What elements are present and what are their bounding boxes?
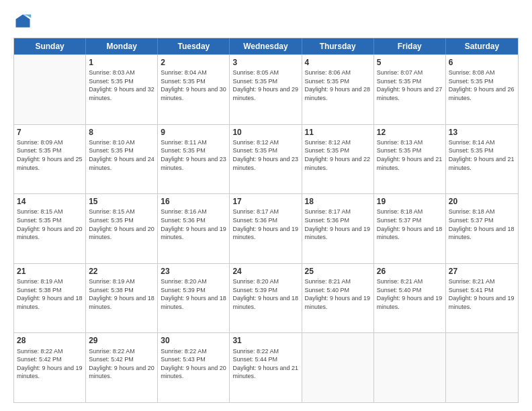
day-number: 30 [161, 335, 226, 346]
header-day: Saturday [446, 38, 518, 54]
calendar-cell: 27Sunrise: 8:21 AM Sunset: 5:41 PM Dayli… [446, 264, 518, 333]
header-day: Sunday [14, 38, 86, 54]
day-info: Sunrise: 8:11 AM Sunset: 5:35 PM Dayligh… [161, 138, 226, 172]
calendar-cell [374, 333, 446, 402]
calendar-row: 7Sunrise: 8:09 AM Sunset: 5:35 PM Daylig… [14, 124, 518, 194]
day-info: Sunrise: 8:09 AM Sunset: 5:35 PM Dayligh… [17, 138, 83, 172]
svg-marker-0 [16, 15, 30, 28]
calendar-cell: 7Sunrise: 8:09 AM Sunset: 5:35 PM Daylig… [14, 125, 86, 194]
day-number: 4 [305, 57, 371, 68]
day-info: Sunrise: 8:19 AM Sunset: 5:38 PM Dayligh… [89, 277, 154, 311]
day-info: Sunrise: 8:19 AM Sunset: 5:38 PM Dayligh… [17, 277, 83, 311]
calendar-cell [302, 333, 374, 402]
day-info: Sunrise: 8:22 AM Sunset: 5:43 PM Dayligh… [161, 347, 226, 381]
calendar-cell: 21Sunrise: 8:19 AM Sunset: 5:38 PM Dayli… [14, 264, 86, 333]
day-number: 24 [232, 266, 298, 277]
day-info: Sunrise: 8:13 AM Sunset: 5:35 PM Dayligh… [377, 138, 443, 172]
calendar-cell: 8Sunrise: 8:10 AM Sunset: 5:35 PM Daylig… [86, 125, 158, 194]
day-number: 27 [449, 266, 515, 277]
calendar-cell: 11Sunrise: 8:12 AM Sunset: 5:35 PM Dayli… [302, 125, 374, 194]
day-number: 14 [17, 196, 83, 207]
calendar-cell: 28Sunrise: 8:22 AM Sunset: 5:42 PM Dayli… [14, 333, 86, 402]
header-day: Friday [374, 38, 446, 54]
calendar-cell: 13Sunrise: 8:14 AM Sunset: 5:35 PM Dayli… [446, 125, 518, 194]
day-number: 17 [232, 196, 298, 207]
day-number: 5 [377, 57, 443, 68]
calendar-cell: 6Sunrise: 8:08 AM Sunset: 5:35 PM Daylig… [446, 55, 518, 124]
calendar-row: 21Sunrise: 8:19 AM Sunset: 5:38 PM Dayli… [14, 263, 518, 333]
day-info: Sunrise: 8:20 AM Sunset: 5:39 PM Dayligh… [161, 277, 226, 311]
day-info: Sunrise: 8:05 AM Sunset: 5:35 PM Dayligh… [232, 68, 298, 102]
calendar: SundayMondayTuesdayWednesdayThursdayFrid… [13, 38, 519, 403]
calendar-cell: 3Sunrise: 8:05 AM Sunset: 5:35 PM Daylig… [230, 55, 302, 124]
day-info: Sunrise: 8:12 AM Sunset: 5:35 PM Dayligh… [305, 138, 371, 172]
calendar-cell: 5Sunrise: 8:07 AM Sunset: 5:35 PM Daylig… [374, 55, 446, 124]
day-number: 9 [161, 127, 226, 138]
day-number: 16 [161, 196, 226, 207]
calendar-cell: 24Sunrise: 8:20 AM Sunset: 5:39 PM Dayli… [230, 264, 302, 333]
day-info: Sunrise: 8:15 AM Sunset: 5:35 PM Dayligh… [17, 208, 83, 241]
calendar-row: 28Sunrise: 8:22 AM Sunset: 5:42 PM Dayli… [14, 332, 518, 402]
header [13, 12, 519, 31]
day-number: 20 [449, 196, 515, 207]
header-day: Tuesday [158, 38, 230, 54]
calendar-cell: 15Sunrise: 8:15 AM Sunset: 5:35 PM Dayli… [86, 194, 158, 263]
day-number: 6 [449, 57, 515, 68]
calendar-cell: 9Sunrise: 8:11 AM Sunset: 5:35 PM Daylig… [158, 125, 230, 194]
calendar-cell [446, 333, 518, 402]
day-number: 10 [232, 127, 298, 138]
day-info: Sunrise: 8:17 AM Sunset: 5:36 PM Dayligh… [232, 208, 298, 241]
day-number: 28 [17, 335, 83, 346]
calendar-row: 1Sunrise: 8:03 AM Sunset: 5:35 PM Daylig… [14, 54, 518, 124]
day-number: 22 [89, 266, 154, 277]
day-number: 25 [305, 266, 371, 277]
day-number: 31 [232, 335, 298, 346]
day-info: Sunrise: 8:06 AM Sunset: 5:35 PM Dayligh… [305, 68, 371, 102]
calendar-cell: 2Sunrise: 8:04 AM Sunset: 5:35 PM Daylig… [158, 55, 230, 124]
calendar-cell: 20Sunrise: 8:18 AM Sunset: 5:37 PM Dayli… [446, 194, 518, 263]
calendar-cell: 16Sunrise: 8:16 AM Sunset: 5:36 PM Dayli… [158, 194, 230, 263]
day-number: 21 [17, 266, 83, 277]
day-info: Sunrise: 8:07 AM Sunset: 5:35 PM Dayligh… [377, 68, 443, 102]
calendar-cell: 22Sunrise: 8:19 AM Sunset: 5:38 PM Dayli… [86, 264, 158, 333]
calendar-cell: 17Sunrise: 8:17 AM Sunset: 5:36 PM Dayli… [230, 194, 302, 263]
calendar-cell: 29Sunrise: 8:22 AM Sunset: 5:42 PM Dayli… [86, 333, 158, 402]
day-info: Sunrise: 8:16 AM Sunset: 5:36 PM Dayligh… [161, 208, 226, 241]
calendar-cell: 26Sunrise: 8:21 AM Sunset: 5:40 PM Dayli… [374, 264, 446, 333]
day-info: Sunrise: 8:21 AM Sunset: 5:41 PM Dayligh… [449, 277, 515, 311]
logo [13, 12, 36, 31]
calendar-cell: 12Sunrise: 8:13 AM Sunset: 5:35 PM Dayli… [374, 125, 446, 194]
day-info: Sunrise: 8:18 AM Sunset: 5:37 PM Dayligh… [449, 208, 515, 241]
day-number: 23 [161, 266, 226, 277]
calendar-cell: 4Sunrise: 8:06 AM Sunset: 5:35 PM Daylig… [302, 55, 374, 124]
day-number: 15 [89, 196, 154, 207]
calendar-cell: 23Sunrise: 8:20 AM Sunset: 5:39 PM Dayli… [158, 264, 230, 333]
day-info: Sunrise: 8:17 AM Sunset: 5:36 PM Dayligh… [305, 208, 371, 241]
day-info: Sunrise: 8:14 AM Sunset: 5:35 PM Dayligh… [449, 138, 515, 172]
day-info: Sunrise: 8:15 AM Sunset: 5:35 PM Dayligh… [89, 208, 154, 241]
day-info: Sunrise: 8:21 AM Sunset: 5:40 PM Dayligh… [305, 277, 371, 311]
day-number: 26 [377, 266, 443, 277]
day-number: 7 [17, 127, 83, 138]
header-day: Monday [86, 38, 158, 54]
calendar-cell: 25Sunrise: 8:21 AM Sunset: 5:40 PM Dayli… [302, 264, 374, 333]
calendar-cell [14, 55, 86, 124]
calendar-cell: 1Sunrise: 8:03 AM Sunset: 5:35 PM Daylig… [86, 55, 158, 124]
day-info: Sunrise: 8:12 AM Sunset: 5:35 PM Dayligh… [232, 138, 298, 172]
day-number: 3 [232, 57, 298, 68]
day-info: Sunrise: 8:10 AM Sunset: 5:35 PM Dayligh… [89, 138, 154, 172]
day-info: Sunrise: 8:22 AM Sunset: 5:42 PM Dayligh… [89, 347, 154, 381]
calendar-body: 1Sunrise: 8:03 AM Sunset: 5:35 PM Daylig… [14, 54, 518, 402]
day-info: Sunrise: 8:22 AM Sunset: 5:42 PM Dayligh… [17, 347, 83, 381]
day-number: 11 [305, 127, 371, 138]
day-number: 29 [89, 335, 154, 346]
day-info: Sunrise: 8:03 AM Sunset: 5:35 PM Dayligh… [89, 68, 154, 102]
calendar-cell: 18Sunrise: 8:17 AM Sunset: 5:36 PM Dayli… [302, 194, 374, 263]
day-info: Sunrise: 8:18 AM Sunset: 5:37 PM Dayligh… [377, 208, 443, 241]
calendar-cell: 14Sunrise: 8:15 AM Sunset: 5:35 PM Dayli… [14, 194, 86, 263]
day-number: 8 [89, 127, 154, 138]
day-info: Sunrise: 8:22 AM Sunset: 5:44 PM Dayligh… [232, 347, 298, 381]
day-info: Sunrise: 8:04 AM Sunset: 5:35 PM Dayligh… [161, 68, 226, 102]
calendar-cell: 30Sunrise: 8:22 AM Sunset: 5:43 PM Dayli… [158, 333, 230, 402]
logo-icon [13, 12, 32, 31]
